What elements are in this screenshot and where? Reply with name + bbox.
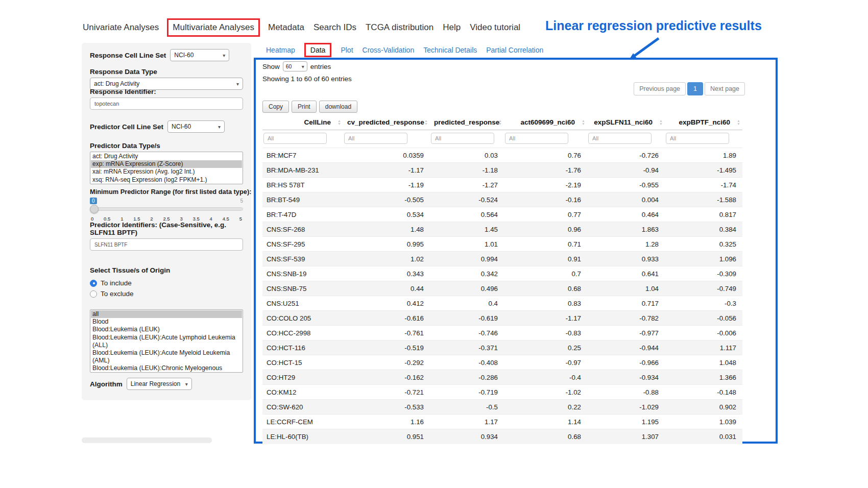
table-row[interactable]: CO:HCC-2998 -0.761 -0.746 -0.83 -0.977 -… <box>262 326 742 340</box>
export-button[interactable]: Copy <box>262 101 289 113</box>
table-row[interactable]: BR:BT-549 -0.505 -0.524 -0.16 0.004 -1.5… <box>262 192 742 207</box>
column-header[interactable]: predicted_response ▲▼ <box>430 115 504 130</box>
table-row[interactable]: CNS:SF-268 1.48 1.45 0.96 1.863 0.384 <box>262 222 742 237</box>
value-cell: -0.934 <box>587 370 665 385</box>
value-cell: -0.519 <box>343 340 430 355</box>
algorithm-group: Algorithm Linear Regression ▾ <box>90 378 243 390</box>
algorithm-select[interactable]: Linear Regression ▾ <box>127 378 192 390</box>
nav-item[interactable]: Search IDs <box>312 19 357 36</box>
cellline-cell: CO:HT29 <box>262 370 343 385</box>
table-row[interactable]: BR:MCF7 0.0359 0.03 0.76 -0.726 1.89 <box>262 148 742 163</box>
sort-icon[interactable]: ▲▼ <box>337 119 341 126</box>
listbox-option[interactable]: Blood:Leukemia (LEUK):Acute Lymphoid Leu… <box>91 334 242 349</box>
table-row[interactable]: CNS:U251 0.412 0.4 0.83 0.717 -0.3 <box>262 296 742 311</box>
sort-icon[interactable]: ▲▼ <box>737 119 740 126</box>
next-page-button[interactable]: Next page <box>705 82 745 95</box>
response-cell-line-set-value: NCI-60 <box>174 52 194 59</box>
nav-item[interactable]: Multivariate Analyses <box>167 18 260 37</box>
tissue-listbox[interactable]: all Blood Blood:Leukemia (LEUK) Blood:Le… <box>90 309 243 373</box>
min-predictor-range-slider[interactable]: 0 5 0 0.5 1 1.5 2 <box>90 198 243 223</box>
table-row[interactable]: CO:HCT-116 -0.519 -0.371 0.25 -0.944 1.1… <box>262 340 742 355</box>
table-row[interactable]: CNS:SF-295 0.995 1.01 0.71 1.28 0.325 <box>262 237 742 252</box>
column-header[interactable]: expBPTF_nci60 ▲▼ <box>665 115 742 130</box>
column-header[interactable]: CellLine ▲▼ <box>262 115 343 130</box>
table-row[interactable]: CO:HCT-15 -0.292 -0.408 -0.97 -0.966 1.0… <box>262 355 742 370</box>
export-button[interactable]: Print <box>292 101 317 113</box>
table-row[interactable]: LE:HL-60(TB) 0.951 0.934 0.68 1.307 0.03… <box>262 429 742 444</box>
column-filter-input[interactable] <box>666 133 729 144</box>
table-row[interactable]: LE:CCRF-CEM 1.16 1.17 1.14 1.195 1.039 <box>262 414 742 429</box>
sort-icon[interactable]: ▲▼ <box>498 119 502 126</box>
page-length-select[interactable]: 60 ▾ <box>283 61 307 71</box>
results-tab[interactable]: Plot <box>341 45 353 55</box>
results-tab[interactable]: Data <box>304 43 332 57</box>
column-header[interactable]: cv_predicted_response ▲▼ <box>343 115 430 130</box>
table-row[interactable]: CO:COLO 205 -0.616 -0.619 -1.17 -0.782 -… <box>262 311 742 326</box>
response-identifier-label: Response Identifier: <box>90 88 243 95</box>
nav-item[interactable]: Help <box>442 19 462 36</box>
response-cell-line-set-select[interactable]: NCI-60 ▾ <box>170 49 229 61</box>
results-tab[interactable]: Technical Details <box>423 45 477 55</box>
listbox-option[interactable]: act: Drug Activity <box>91 153 242 160</box>
column-filter-input[interactable] <box>263 133 327 144</box>
tissue-radio[interactable]: To exclude <box>90 288 243 299</box>
slider-handle[interactable] <box>90 205 99 213</box>
cellline-cell: CNS:SNB-19 <box>262 266 343 281</box>
predictor-cell-line-set-select[interactable]: NCI-60 ▾ <box>167 120 225 133</box>
results-tab[interactable]: Partial Correlation <box>486 45 543 55</box>
tissue-radio-label: To include <box>101 279 132 287</box>
radio-icon[interactable] <box>90 280 97 287</box>
listbox-option[interactable]: xai: mRNA Expression (Avg. log2 Int.) <box>91 168 242 176</box>
column-filter-input[interactable] <box>588 133 652 144</box>
previous-page-button[interactable]: Previous page <box>634 82 686 95</box>
table-row[interactable]: BR:MDA-MB-231 -1.17 -1.18 -1.76 -0.94 -1… <box>262 163 742 178</box>
slider-track[interactable] <box>90 207 243 211</box>
radio-icon[interactable] <box>90 290 97 298</box>
nav-item[interactable]: Univariate Analyses <box>82 19 160 36</box>
table-row[interactable]: CO:HT29 -0.162 -0.286 -0.4 -0.934 1.366 <box>262 370 742 385</box>
table-row[interactable]: CNS:SNB-19 0.343 0.342 0.7 0.641 -0.309 <box>262 266 742 281</box>
column-filter-input[interactable] <box>431 133 494 144</box>
min-predictor-range-label: Minimum Predictor Range (for first liste… <box>90 188 243 196</box>
column-filter-input[interactable] <box>505 133 568 144</box>
sort-icon[interactable]: ▲▼ <box>424 119 428 126</box>
listbox-option[interactable]: xsq: RNA-seq Expression (log2 FPKM+1.) <box>91 176 242 184</box>
tab-label: Heatmap <box>266 46 295 54</box>
table-row[interactable]: CO:KM12 -0.721 -0.719 -1.02 -0.88 -0.148 <box>262 385 742 400</box>
results-tab[interactable]: Heatmap <box>266 45 295 55</box>
listbox-option[interactable]: exp: mRNA Expression (Z-Score) <box>91 160 242 168</box>
sort-icon[interactable]: ▲▼ <box>582 119 585 126</box>
nav-item[interactable]: Metadata <box>267 19 305 36</box>
predictor-identifiers-input[interactable] <box>90 238 243 251</box>
table-row[interactable]: CNS:SF-539 1.02 0.994 0.91 0.933 1.096 <box>262 252 742 266</box>
column-filter-input[interactable] <box>344 133 407 144</box>
sort-icon[interactable]: ▲▼ <box>659 119 663 126</box>
response-identifier-group: Response Identifier: <box>90 88 243 110</box>
truncated-element <box>82 437 212 443</box>
table-row[interactable]: BR:HS 578T -1.19 -1.27 -2.19 -0.955 -1.7… <box>262 178 742 192</box>
column-header[interactable]: act609699_nci60 ▲▼ <box>504 115 587 130</box>
table-row[interactable]: BR:T-47D 0.534 0.564 0.77 0.464 0.817 <box>262 207 742 222</box>
cellline-cell: CNS:SF-295 <box>262 237 343 252</box>
current-page-button[interactable]: 1 <box>687 82 703 95</box>
listbox-option[interactable]: Blood:Leukemia (LEUK):Chronic Myelogenou… <box>91 364 242 373</box>
listbox-option[interactable]: Blood:Leukemia (LEUK) <box>91 326 242 333</box>
predictor-identifiers-group: Predictor Identifiers: (Case-Sensitive, … <box>90 221 243 251</box>
column-header[interactable]: expSLFN11_nci60 ▲▼ <box>587 115 665 130</box>
export-button[interactable]: download <box>319 101 357 113</box>
nav-item[interactable]: TCGA distribution <box>365 19 435 36</box>
predictor-data-types-group: Predictor Data Type/s act: Drug Activity… <box>90 142 243 184</box>
value-cell: -0.782 <box>587 311 665 326</box>
table-row[interactable]: CNS:SNB-75 0.44 0.496 0.68 1.04 -0.749 <box>262 281 742 296</box>
chevron-down-icon: ▾ <box>302 64 304 69</box>
listbox-option[interactable]: all <box>91 310 242 318</box>
value-cell: -0.944 <box>587 340 665 355</box>
table-row[interactable]: CO:SW-620 -0.533 -0.5 0.22 -1.029 0.902 <box>262 400 742 414</box>
tissue-radio[interactable]: To include <box>90 278 243 288</box>
listbox-option[interactable]: Blood:Leukemia (LEUK):Acute Myeloid Leuk… <box>91 349 242 364</box>
response-identifier-input[interactable] <box>90 97 243 110</box>
results-tab[interactable]: Cross-Validation <box>363 45 415 55</box>
nav-item[interactable]: Video tutorial <box>469 19 521 36</box>
listbox-option[interactable]: Blood <box>91 318 242 326</box>
predictor-data-types-listbox[interactable]: act: Drug Activity exp: mRNA Expression … <box>90 152 243 184</box>
